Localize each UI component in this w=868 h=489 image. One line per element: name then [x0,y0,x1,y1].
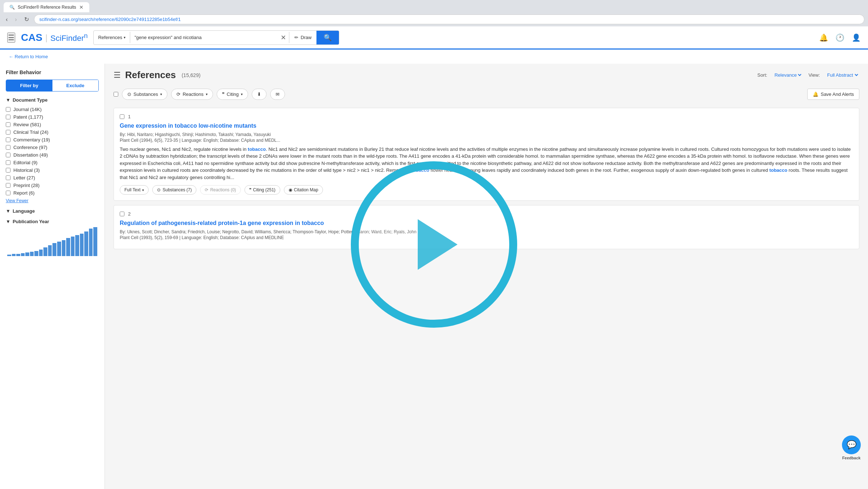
result-count: (15,629) [182,72,200,78]
menu-icon[interactable]: ☰ [7,33,15,43]
citation-map-button[interactable]: ◉ Citation Map [284,185,323,195]
filter-label-patent: Patent (1,177) [13,114,43,120]
notification-button[interactable]: 🔔 [819,33,828,42]
abstract-highlight-tobacco-2: tobacco [411,167,429,173]
language-title: Language [13,208,35,214]
substances-action-button[interactable]: ⊙ Substances ▾ [122,89,167,100]
filter-checkbox-patent[interactable] [6,115,10,119]
filter-checkbox-historical[interactable] [6,168,10,173]
address-bar[interactable] [34,14,864,24]
ref-checkbox-1[interactable] [120,114,124,119]
ref-title-word-expression-2: expression [263,220,293,226]
publication-year-header[interactable]: ▼ Publication Year [6,219,99,224]
reactions-action-button[interactable]: ⟳ Reactions ▾ [171,89,213,100]
substances-footer-button[interactable]: ⊙ Substances (7) [152,185,196,195]
search-clear-button[interactable]: ✕ [278,34,289,42]
draw-icon: ✏ [294,35,298,40]
document-type-header[interactable]: ▼ Document Type [6,97,99,103]
feedback-button[interactable]: 💬 Feedback [842,435,861,460]
search-input[interactable] [130,32,278,43]
full-text-button[interactable]: Full Text ▾ [120,185,149,195]
filter-item-historical: Historical (3) [6,166,99,174]
citing-footer-icon: ❞ [249,187,251,192]
select-all-checkbox[interactable] [114,92,118,97]
filter-checkbox-report[interactable] [6,191,10,195]
citing-icon: ❞ [222,92,225,97]
filter-label-clinical-trial: Clinical Trial (24) [13,129,48,135]
download-icon: ⬇ [257,92,261,97]
reference-card-2: 2 Regulation of pathogenesis-related pro… [114,205,859,249]
sort-view-area: Sort: Relevance View: Full Abstract [757,72,859,78]
chart-bar [7,255,11,256]
substances-icon: ⊙ [127,92,131,97]
search-button[interactable]: 🔍 [316,31,339,44]
document-type-section: ▼ Document Type Journal (14K) Patent (1,… [6,97,99,203]
ref-authors-1: By: Hibi, Naritaro; Higashiguchi, Shinji… [120,132,853,137]
ref-title-2[interactable]: Regulation of pathogenesis-related prote… [120,220,853,227]
filter-checkbox-preprint[interactable] [6,183,10,188]
ref-num-2: 2 [128,211,131,217]
ref-title-1[interactable]: Gene expression in tobacco low-nicotine … [120,122,853,130]
filter-checkbox-review[interactable] [6,122,10,127]
citing-footer-label: Citing (251) [253,187,276,192]
filter-item-journal: Journal (14K) [6,106,99,113]
chart-bar [80,234,84,256]
filter-label-historical: Historical (3) [13,167,40,173]
search-type-dropdown[interactable]: References ▾ [94,32,130,43]
full-text-chevron-icon: ▾ [142,188,144,192]
forward-button[interactable]: › [13,16,19,24]
ref-journal-2: Plant Cell (1993), 5(2), 159-69 | Langua… [120,235,853,240]
back-button[interactable]: ‹ [4,16,10,24]
sort-select[interactable]: Relevance [773,72,803,78]
chart-bar [66,238,70,256]
return-home-link[interactable]: ← Return to Home [9,54,859,59]
substances-footer-icon: ⊙ [157,187,161,192]
view-fewer-link[interactable]: View Fewer [6,198,99,203]
substances-footer-label: Substances (7) [162,187,192,192]
reactions-icon: ⟳ [176,92,180,97]
citing-action-button[interactable]: ❞ Citing ▾ [217,89,248,100]
ref-num-row-2: 2 [120,211,853,217]
view-select[interactable]: Full Abstract [826,72,859,78]
chart-bar [39,250,43,256]
email-button[interactable]: ✉ [270,89,285,100]
feedback-icon: 💬 [842,435,861,454]
exclude-button[interactable]: Exclude [52,80,99,91]
filter-checkbox-clinical-trial[interactable] [6,130,10,135]
user-button[interactable]: 👤 [852,33,861,42]
browser-tab-bar: 🔍 SciFinder® Reference Results ✕ [0,0,868,12]
filter-checkbox-commentary[interactable] [6,137,10,142]
reference-card-1: 1 Gene expression in tobacco low-nicotin… [114,108,859,201]
save-alerts-label: Save And Alerts [821,92,854,97]
filter-label-commentary: Commentary (19) [13,137,50,143]
filter-item-preprint: Preprint (28) [6,182,99,189]
chart-bar [89,229,93,256]
ref-checkbox-2[interactable] [120,212,124,216]
filter-checkbox-letter[interactable] [6,175,10,180]
filter-by-button[interactable]: Filter by [6,80,52,91]
filter-item-clinical-trial: Clinical Trial (24) [6,128,99,136]
history-button[interactable]: 🕐 [835,33,844,42]
bell-icon: 🔔 [813,92,818,97]
ref-journal-1: Plant Cell (1994), 6(5), 723-35 | Langua… [120,138,853,143]
reactions-footer-button[interactable]: ⟳ Reactions (0) [200,185,241,195]
filter-checkbox-dissertation[interactable] [6,153,10,157]
tab-close-button[interactable]: ✕ [79,4,84,10]
active-tab[interactable]: 🔍 SciFinder® Reference Results ✕ [4,2,89,12]
chart-bar [71,237,75,256]
filter-checkbox-journal[interactable] [6,107,10,112]
publication-year-chart [6,227,99,256]
filter-checkbox-editorial[interactable] [6,160,10,165]
filter-item-conference: Conference (97) [6,144,99,151]
reload-button[interactable]: ↻ [22,15,31,24]
references-icon: ☰ [114,71,121,80]
language-header[interactable]: ▼ Language [6,208,99,214]
citing-footer-button[interactable]: ❞ Citing (251) [244,185,280,195]
filter-checkbox-conference[interactable] [6,145,10,150]
draw-button[interactable]: ✏ Draw [289,32,316,43]
citation-map-label: Citation Map [294,187,318,192]
save-alerts-button[interactable]: 🔔 Save And Alerts [807,89,859,100]
filter-behavior-title: Filter Behavior [6,69,99,75]
substances-label: Substances [133,92,158,97]
download-button[interactable]: ⬇ [252,89,267,100]
